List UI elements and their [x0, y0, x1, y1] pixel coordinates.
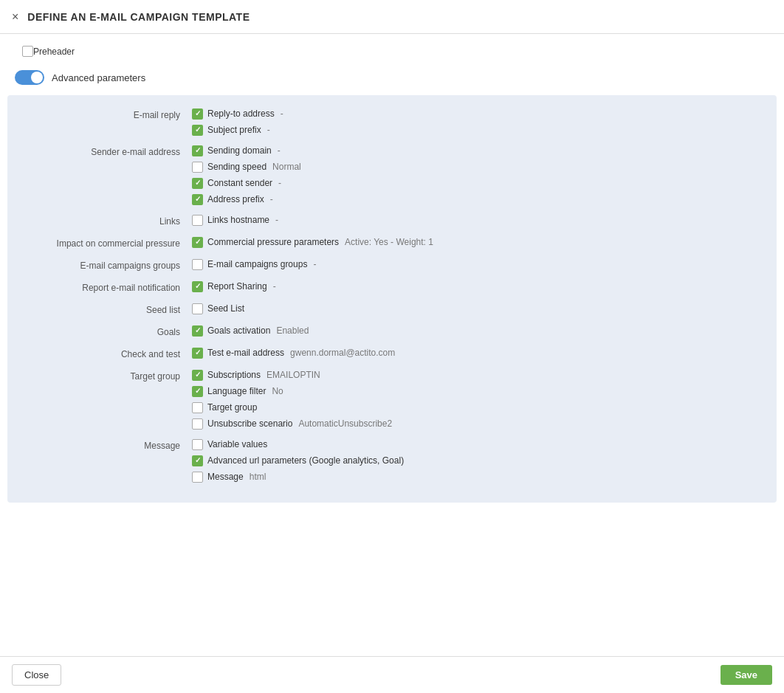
param-item-3-0: Commercial pressure parametersActive: Ye… [192, 235, 762, 249]
param-item-1-3: Address prefix- [192, 193, 762, 206]
param-name-2-0: Links hostname [207, 213, 269, 227]
preheader-checkbox[interactable] [22, 46, 33, 57]
param-item-1-0: Sending domain- [192, 144, 762, 157]
section-items-4: E-mail campaigns groups- [192, 258, 762, 271]
section-row-8: Check and testTest e-mail addressgwenn.d… [22, 346, 762, 361]
param-checkbox-0-1[interactable] [192, 125, 203, 136]
section-label-5: Report e-mail notification [22, 280, 192, 294]
param-item-0-1: Subject prefix- [192, 123, 762, 137]
param-checkbox-9-1[interactable] [192, 386, 203, 397]
param-checkbox-4-0[interactable] [192, 259, 203, 270]
param-name-5-0: Report Sharing [207, 280, 267, 293]
param-value-9-1: No [272, 385, 283, 398]
param-checkbox-0-0[interactable] [192, 108, 203, 120]
section-row-1: Sender e-mail addressSending domain-Send… [22, 144, 762, 206]
section-row-3: Impact on commercial pressureCommercial … [22, 235, 762, 250]
param-checkbox-10-0[interactable] [192, 439, 203, 450]
param-checkbox-7-0[interactable] [192, 325, 203, 337]
section-label-4: E-mail campaigns groups [22, 258, 192, 272]
modal-footer: Close Save [0, 656, 784, 693]
modal-title: DEFINE AN E-MAIL CAMPAIGN TEMPLATE [27, 11, 250, 23]
section-label-1: Sender e-mail address [22, 144, 192, 159]
preheader-row: Preheader [0, 41, 784, 61]
param-name-1-2: Constant sender [207, 176, 272, 190]
param-name-3-0: Commercial pressure parameters [207, 235, 339, 249]
param-value-0-1: - [267, 123, 270, 137]
section-items-1: Sending domain-Sending speedNormalConsta… [192, 144, 762, 206]
param-item-6-0: Seed List [192, 302, 762, 315]
section-row-6: Seed listSeed List [22, 302, 762, 317]
param-value-9-0: EMAILOPTIN [267, 368, 320, 382]
section-items-0: Reply-to address-Subject prefix- [192, 107, 762, 137]
section-row-7: GoalsGoals activationEnabled [22, 324, 762, 339]
section-items-8: Test e-mail addressgwenn.dormal@actito.c… [192, 346, 762, 359]
section-items-9: SubscriptionsEMAILOPTINLanguage filterNo… [192, 368, 762, 430]
param-name-0-1: Subject prefix [207, 123, 261, 137]
section-items-3: Commercial pressure parametersActive: Ye… [192, 235, 762, 249]
section-label-3: Impact on commercial pressure [22, 235, 192, 250]
section-label-2: Links [22, 213, 192, 228]
close-icon[interactable]: × [12, 10, 18, 24]
param-name-6-0: Seed List [207, 302, 244, 315]
param-name-1-3: Address prefix [207, 193, 264, 206]
close-button[interactable]: Close [12, 664, 61, 686]
param-item-8-0: Test e-mail addressgwenn.dormal@actito.c… [192, 346, 762, 359]
section-label-6: Seed list [22, 302, 192, 317]
param-checkbox-9-3[interactable] [192, 418, 203, 430]
param-checkbox-9-0[interactable] [192, 370, 203, 381]
param-value-8-0: gwenn.dormal@actito.com [290, 346, 395, 359]
param-value-3-0: Active: Yes - Weight: 1 [345, 235, 433, 249]
section-row-9: Target groupSubscriptionsEMAILOPTINLangu… [22, 368, 762, 430]
param-value-7-0: Enabled [276, 324, 309, 337]
param-checkbox-1-2[interactable] [192, 178, 203, 189]
section-row-0: E-mail replyReply-to address-Subject pre… [22, 107, 762, 137]
section-items-6: Seed List [192, 302, 762, 315]
param-item-1-2: Constant sender- [192, 176, 762, 190]
advanced-params-row: Advanced parameters [0, 66, 784, 89]
param-item-9-1: Language filterNo [192, 385, 762, 398]
param-item-9-2: Target group [192, 401, 762, 414]
param-name-10-0: Variable values [207, 438, 267, 451]
param-name-9-3: Unsubscribe scenario [207, 417, 292, 430]
param-checkbox-10-2[interactable] [192, 472, 203, 483]
save-button[interactable]: Save [721, 665, 772, 685]
param-name-7-0: Goals activation [207, 324, 270, 337]
param-item-5-0: Report Sharing- [192, 280, 762, 293]
section-label-7: Goals [22, 324, 192, 339]
param-checkbox-5-0[interactable] [192, 281, 203, 292]
param-item-1-1: Sending speedNormal [192, 160, 762, 173]
param-value-1-2: - [278, 176, 281, 190]
param-checkbox-1-3[interactable] [192, 194, 203, 205]
param-name-4-0: E-mail campaigns groups [207, 258, 307, 271]
param-checkbox-1-1[interactable] [192, 162, 203, 173]
section-label-10: Message [22, 438, 192, 452]
param-checkbox-3-0[interactable] [192, 237, 203, 248]
param-checkbox-9-2[interactable] [192, 402, 203, 413]
param-checkbox-1-0[interactable] [192, 145, 203, 156]
param-name-9-0: Subscriptions [207, 368, 261, 382]
param-value-2-0: - [275, 213, 278, 227]
param-item-9-0: SubscriptionsEMAILOPTIN [192, 368, 762, 382]
param-item-0-0: Reply-to address- [192, 107, 762, 120]
preheader-label: Preheader [33, 46, 75, 57]
advanced-params-label: Advanced parameters [52, 72, 145, 83]
section-items-10: Variable valuesAdvanced url parameters (… [192, 438, 762, 483]
param-value-0-0: - [281, 107, 283, 120]
advanced-params-toggle[interactable] [15, 70, 44, 85]
param-name-10-2: Message [207, 470, 244, 483]
param-item-2-0: Links hostname- [192, 213, 762, 227]
param-checkbox-8-0[interactable] [192, 348, 203, 359]
param-name-1-1: Sending speed [207, 160, 267, 173]
param-value-5-0: - [273, 280, 276, 293]
param-item-10-1: Advanced url parameters (Google analytic… [192, 454, 762, 467]
param-checkbox-2-0[interactable] [192, 215, 203, 226]
params-panel: E-mail replyReply-to address-Subject pre… [7, 95, 777, 503]
param-value-4-0: - [313, 258, 316, 271]
modal-body: Preheader Advanced parameters E-mail rep… [0, 34, 784, 656]
section-items-5: Report Sharing- [192, 280, 762, 293]
section-label-9: Target group [22, 368, 192, 383]
section-row-4: E-mail campaigns groupsE-mail campaigns … [22, 258, 762, 272]
param-checkbox-6-0[interactable] [192, 303, 203, 314]
param-value-9-3: AutomaticUnsubscribe2 [298, 417, 392, 430]
param-checkbox-10-1[interactable] [192, 455, 203, 466]
